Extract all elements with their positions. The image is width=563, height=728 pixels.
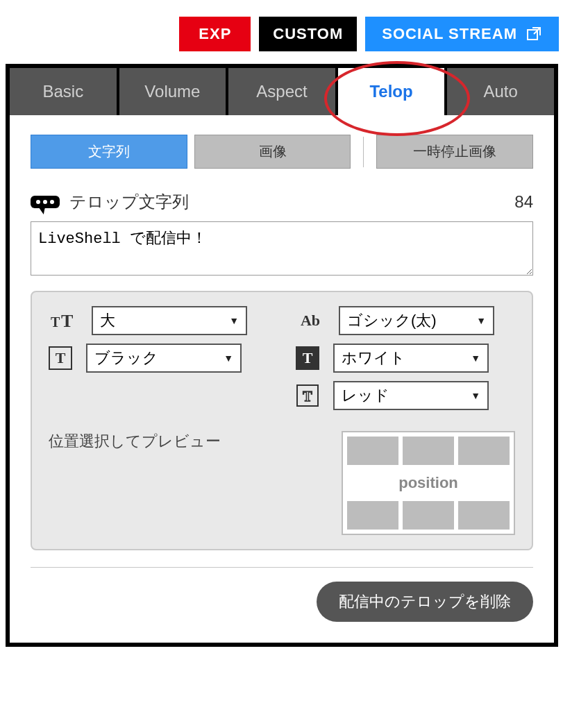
bg-color-select[interactable]: ホワイト ▼ bbox=[333, 344, 489, 373]
text-color-select[interactable]: ブラック ▼ bbox=[86, 344, 242, 373]
divider bbox=[31, 567, 533, 568]
text-color-value: ブラック bbox=[94, 348, 158, 369]
font-size-value: 大 bbox=[100, 310, 115, 331]
position-bottom-right[interactable] bbox=[458, 501, 510, 530]
telop-text-input[interactable] bbox=[31, 221, 533, 276]
position-selector: position bbox=[342, 431, 515, 535]
subtab-image[interactable]: 画像 bbox=[194, 135, 351, 169]
svg-text:T: T bbox=[51, 314, 60, 330]
custom-button[interactable]: CUSTOM bbox=[259, 17, 357, 51]
position-mid-right bbox=[458, 469, 510, 498]
delete-telop-button[interactable]: 配信中のテロップを削除 bbox=[317, 582, 533, 622]
text-color-icon: T bbox=[49, 346, 72, 370]
position-top-right[interactable] bbox=[458, 437, 510, 465]
telop-section-title: テロップ文字列 bbox=[69, 191, 189, 213]
position-bottom-center[interactable] bbox=[403, 501, 454, 530]
char-count: 84 bbox=[514, 192, 533, 212]
bg-color-icon: T bbox=[296, 346, 319, 370]
outline-color-select[interactable]: レッド ▼ bbox=[333, 381, 489, 410]
chevron-down-icon: ▼ bbox=[476, 315, 486, 326]
popout-icon bbox=[526, 26, 542, 42]
position-mid-left bbox=[347, 469, 398, 498]
tab-volume[interactable]: Volume bbox=[119, 68, 226, 115]
tab-aspect[interactable]: Aspect bbox=[228, 68, 335, 115]
tabs: Basic Volume Aspect Telop Auto bbox=[10, 68, 554, 115]
content-area: 文字列 画像 一時停止画像 テロップ文字列 84 TT bbox=[10, 115, 554, 643]
subtab-text[interactable]: 文字列 bbox=[31, 135, 187, 169]
tab-telop[interactable]: Telop bbox=[338, 68, 445, 115]
chevron-down-icon: ▼ bbox=[224, 353, 233, 364]
font-family-icon: Ab bbox=[296, 307, 325, 335]
font-size-icon: TT bbox=[49, 307, 78, 335]
tab-auto[interactable]: Auto bbox=[447, 68, 554, 115]
speech-bubble-icon bbox=[31, 196, 60, 208]
position-mid-center bbox=[403, 469, 454, 498]
tab-basic[interactable]: Basic bbox=[10, 68, 117, 115]
font-family-value: ゴシック(太) bbox=[347, 310, 437, 331]
social-stream-button[interactable]: SOCIAL STREAM bbox=[365, 17, 559, 51]
bg-color-value: ホワイト bbox=[342, 348, 405, 369]
main-panel: Basic Volume Aspect Telop Auto 文字列 画像 一時… bbox=[6, 64, 558, 647]
social-stream-label: SOCIAL STREAM bbox=[382, 25, 517, 43]
font-size-select[interactable]: 大 ▼ bbox=[92, 306, 247, 335]
subtabs: 文字列 画像 一時停止画像 bbox=[31, 135, 533, 169]
svg-text:T: T bbox=[61, 312, 73, 330]
outline-color-value: レッド bbox=[342, 385, 389, 406]
svg-text:T: T bbox=[303, 389, 312, 404]
chevron-down-icon: ▼ bbox=[471, 353, 480, 364]
exp-button[interactable]: EXP bbox=[179, 17, 251, 51]
subtab-pause-image[interactable]: 一時停止画像 bbox=[376, 135, 533, 169]
position-top-center[interactable] bbox=[403, 437, 454, 465]
font-family-select[interactable]: ゴシック(太) ▼ bbox=[339, 306, 494, 335]
chevron-down-icon: ▼ bbox=[471, 390, 480, 401]
position-top-left[interactable] bbox=[347, 437, 398, 465]
chevron-down-icon: ▼ bbox=[229, 315, 239, 326]
settings-panel: TT 大 ▼ Ab ゴシック(太) ▼ bbox=[31, 291, 533, 550]
divider bbox=[363, 137, 364, 167]
position-preview-label: 位置選択してプレビュー bbox=[49, 431, 221, 535]
outline-color-icon: T bbox=[296, 384, 319, 407]
position-bottom-left[interactable] bbox=[347, 501, 398, 530]
